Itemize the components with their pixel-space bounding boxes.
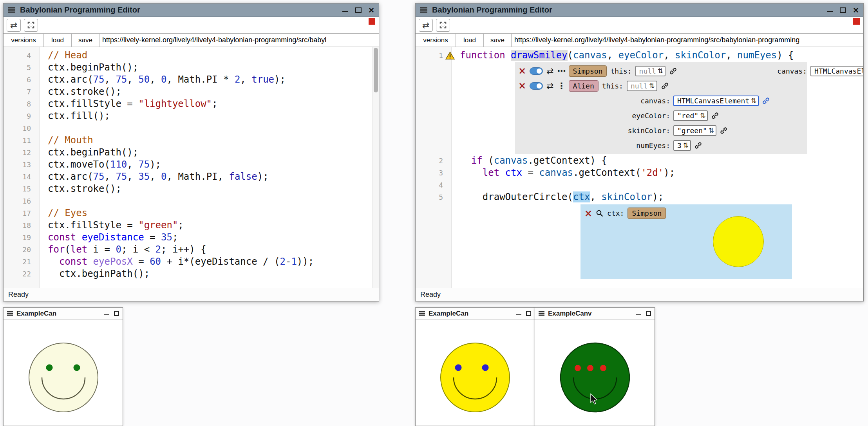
code-line[interactable]: 5ctx.beginPath(); xyxy=(4,61,379,74)
titlebar[interactable]: ExampleCan xyxy=(416,308,535,320)
connect-link-icon[interactable] xyxy=(762,97,770,105)
hamburger-menu-icon[interactable] xyxy=(419,313,425,314)
maximize-button[interactable] xyxy=(114,311,119,316)
connect-link-icon[interactable] xyxy=(720,126,728,135)
magnifier-icon[interactable] xyxy=(596,209,604,217)
minimize-button[interactable] xyxy=(104,312,109,315)
stepper-arrows-icon[interactable]: ⇅ xyxy=(683,141,689,149)
value-stepper[interactable]: "green"⇅ xyxy=(673,125,716,136)
code-line[interactable]: 16 xyxy=(4,195,379,207)
titlebar[interactable]: Babylonian Programming Editor × xyxy=(416,4,863,17)
value-stepper[interactable]: HTMLCanvasElement⇅ xyxy=(673,96,759,106)
warning-icon[interactable] xyxy=(445,51,455,60)
example-toggle[interactable] xyxy=(530,82,543,90)
code-token: ); xyxy=(257,171,269,182)
hamburger-menu-icon[interactable] xyxy=(8,9,15,11)
delete-example-button[interactable]: × xyxy=(518,66,526,76)
probe-example-badge[interactable]: Simpson xyxy=(627,208,666,219)
close-button[interactable]: × xyxy=(369,5,374,15)
stepper-arrows-icon[interactable]: ⇅ xyxy=(709,126,714,134)
code-line[interactable]: 7ctx.stroke(); xyxy=(4,86,379,98)
maximize-button[interactable] xyxy=(646,311,651,316)
minimize-button[interactable] xyxy=(342,8,348,12)
example-name-badge[interactable]: Alien xyxy=(569,80,599,92)
stepper-arrows-icon[interactable]: ⇅ xyxy=(649,82,655,90)
stepper-arrows-icon[interactable]: ⇅ xyxy=(658,67,663,75)
example-canvas[interactable] xyxy=(416,320,535,426)
code-line[interactable]: 13ctx.moveTo(110, 75); xyxy=(4,159,379,171)
code-line[interactable]: 3 let ctx = canvas.getContext('2d'); xyxy=(416,167,863,179)
code-line[interactable]: 8ctx.fillStyle = "lightyellow"; xyxy=(4,98,379,110)
code-token: ctx.arc( xyxy=(48,171,93,182)
example-name-badge[interactable]: Simpson xyxy=(569,65,607,77)
code-line[interactable]: 14ctx.arc(75, 75, 35, 0, Math.PI, false)… xyxy=(4,171,379,183)
code-line[interactable]: 11// Mouth xyxy=(4,134,379,146)
code-line[interactable]: 6ctx.arc(75, 75, 50, 0, Math.PI * 2, tru… xyxy=(4,74,379,86)
value-stepper[interactable]: HTMLCanvasElement⇅ xyxy=(810,66,863,76)
code-line[interactable]: 15ctx.stroke(); xyxy=(4,183,379,195)
url-field[interactable]: https://lively-kernel.org/lively4/lively… xyxy=(512,34,863,47)
value-stepper[interactable]: null⇅ xyxy=(635,66,666,76)
code-editor[interactable]: 4// Head5ctx.beginPath();6ctx.arc(75, 75… xyxy=(4,47,379,288)
value-stepper[interactable]: "red"⇅ xyxy=(673,110,708,121)
scrollbar-thumb[interactable] xyxy=(374,48,378,92)
stepper-arrows-icon[interactable]: ⇅ xyxy=(751,97,756,105)
swap-arrows-icon[interactable]: ⇄ xyxy=(546,81,553,91)
value-stepper[interactable]: 3⇅ xyxy=(673,140,691,151)
code-line[interactable]: 12ctx.beginPath(); xyxy=(4,146,379,159)
load-button[interactable]: load xyxy=(44,34,72,47)
versions-button[interactable]: versions xyxy=(416,34,456,47)
maximize-button[interactable] xyxy=(526,311,531,316)
titlebar[interactable]: Babylonian Programming Editor × xyxy=(4,4,379,17)
selection-frame-button[interactable] xyxy=(436,19,450,32)
code-line[interactable]: 5 drawOuterCircle(ctx, skinColor); xyxy=(416,191,863,203)
code-line[interactable]: 22 ctx.beginPath(); xyxy=(4,268,379,280)
code-line[interactable]: 4// Head xyxy=(4,49,379,61)
code-line[interactable]: 21 const eyePosX = 60 + i*(eyeDistance /… xyxy=(4,256,379,268)
example-canvas[interactable] xyxy=(535,320,655,426)
more-vertical-icon[interactable]: ⋮ xyxy=(557,81,565,91)
load-button[interactable]: load xyxy=(456,34,484,47)
close-button[interactable]: × xyxy=(853,5,859,15)
code-editor[interactable]: 1function drawSmiley(canvas, eyeColor, s… xyxy=(416,47,863,288)
example-toggle[interactable] xyxy=(530,67,543,75)
swap-arrows-button[interactable]: ⇄ xyxy=(7,19,21,32)
code-line[interactable]: 9ctx.fill(); xyxy=(4,110,379,122)
save-button[interactable]: save xyxy=(72,34,99,47)
connect-link-icon[interactable] xyxy=(661,82,669,90)
delete-example-button[interactable]: × xyxy=(518,81,526,90)
delete-probe-button[interactable]: × xyxy=(584,209,592,218)
code-line[interactable]: 19const eyeDistance = 35; xyxy=(4,231,379,244)
hamburger-menu-icon[interactable] xyxy=(7,313,13,314)
hamburger-menu-icon[interactable] xyxy=(539,313,544,314)
maximize-button[interactable] xyxy=(355,7,362,13)
value-stepper[interactable]: null⇅ xyxy=(627,81,657,91)
example-canvas[interactable] xyxy=(4,320,123,426)
code-line[interactable]: 4 xyxy=(416,179,863,191)
vertical-scrollbar[interactable] xyxy=(373,47,379,288)
hamburger-menu-icon[interactable] xyxy=(420,9,427,11)
titlebar[interactable]: ExampleCan xyxy=(4,308,123,320)
code-line[interactable]: 1function drawSmiley(canvas, eyeColor, s… xyxy=(416,49,863,61)
connect-link-icon[interactable] xyxy=(711,112,719,120)
url-field[interactable]: https://lively-kernel.org/lively4/lively… xyxy=(99,34,379,47)
minimize-button[interactable] xyxy=(827,8,833,12)
code-line[interactable]: 10 xyxy=(4,122,379,134)
swap-arrows-icon[interactable]: ⇄ xyxy=(546,66,553,76)
swap-arrows-button[interactable]: ⇄ xyxy=(419,19,433,32)
code-line[interactable]: 20for(let i = 0; i < 2; i++) { xyxy=(4,244,379,256)
code-line[interactable]: 2 if (canvas.getContext) { xyxy=(416,155,863,167)
stepper-arrows-icon[interactable]: ⇅ xyxy=(700,112,705,119)
save-button[interactable]: save xyxy=(484,34,512,47)
versions-button[interactable]: versions xyxy=(4,34,44,47)
titlebar[interactable]: ExampleCanv xyxy=(535,308,655,320)
minimize-button[interactable] xyxy=(636,312,641,315)
code-line[interactable]: 18ctx.fillStyle = "green"; xyxy=(4,219,379,231)
selection-frame-button[interactable] xyxy=(24,19,38,32)
code-line[interactable]: 17// Eyes xyxy=(4,207,379,219)
minimize-button[interactable] xyxy=(516,312,521,315)
maximize-button[interactable] xyxy=(840,7,846,13)
connect-link-icon[interactable] xyxy=(669,67,677,75)
connect-link-icon[interactable] xyxy=(694,141,702,150)
more-horizontal-icon[interactable]: ⋯ xyxy=(557,66,565,76)
